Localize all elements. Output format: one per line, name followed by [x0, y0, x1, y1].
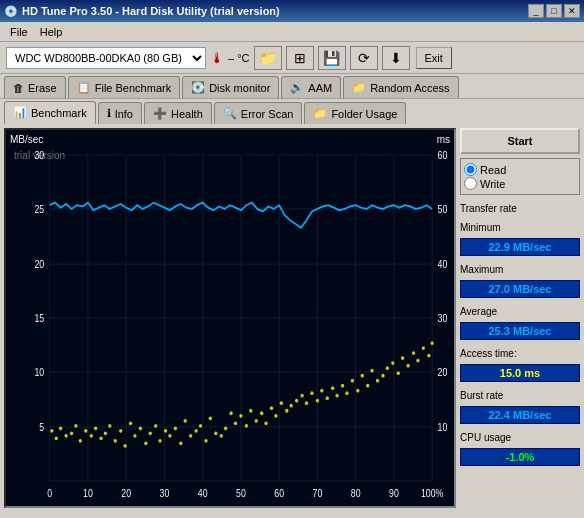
info-icon: ℹ	[107, 107, 111, 120]
tab-file-benchmark[interactable]: 📋 File Benchmark	[68, 76, 180, 98]
content-area: MB/sec ms trial version	[0, 124, 584, 512]
svg-point-59	[133, 434, 136, 438]
svg-point-91	[295, 399, 298, 403]
tab-benchmark[interactable]: 📊 Benchmark	[4, 101, 96, 124]
tab-bar-bottom: 📊 Benchmark ℹ Info ➕ Health 🔍 Error Scan…	[0, 99, 584, 124]
svg-text:10: 10	[83, 488, 93, 500]
close-button[interactable]: ✕	[564, 4, 580, 18]
menu-bar: File Help	[0, 22, 584, 42]
svg-text:20: 20	[121, 488, 131, 500]
tab-health[interactable]: ➕ Health	[144, 102, 212, 124]
svg-point-43	[55, 436, 58, 440]
minimum-value: 22.9 MB/sec	[460, 238, 580, 256]
tab-error-scan[interactable]: 🔍 Error Scan	[214, 102, 303, 124]
svg-point-84	[260, 411, 263, 415]
exit-button[interactable]: Exit	[416, 47, 452, 69]
svg-point-86	[270, 406, 273, 410]
svg-point-115	[416, 359, 419, 363]
erase-icon: 🗑	[13, 82, 24, 94]
svg-text:60: 60	[438, 149, 448, 161]
maximum-label: Maximum	[460, 264, 580, 275]
svg-point-46	[70, 431, 73, 435]
svg-point-56	[119, 429, 122, 433]
svg-text:0: 0	[47, 488, 52, 500]
svg-point-108	[381, 374, 384, 378]
disk-selector[interactable]: WDC WD800BB-00DKA0 (80 GB)	[6, 47, 206, 69]
tab-erase[interactable]: 🗑 Erase	[4, 76, 66, 98]
download-btn[interactable]: ⬇	[382, 46, 410, 70]
svg-text:40: 40	[198, 488, 208, 500]
svg-point-77	[224, 426, 227, 430]
menu-help[interactable]: Help	[34, 24, 69, 40]
refresh-btn[interactable]: ⟳	[350, 46, 378, 70]
svg-point-68	[179, 441, 182, 445]
svg-point-109	[386, 366, 389, 370]
svg-text:30: 30	[160, 488, 170, 500]
maximum-value: 27.0 MB/sec	[460, 280, 580, 298]
svg-point-63	[154, 424, 157, 428]
svg-point-116	[422, 346, 425, 350]
svg-text:30: 30	[438, 312, 448, 324]
svg-text:100%: 100%	[421, 488, 444, 500]
benchmark-icon: 📊	[13, 106, 27, 119]
tab-info[interactable]: ℹ Info	[98, 102, 142, 124]
tab-disk-monitor[interactable]: 💽 Disk monitor	[182, 76, 279, 98]
svg-point-64	[158, 439, 161, 443]
svg-point-111	[397, 371, 400, 375]
svg-point-54	[108, 424, 111, 428]
svg-point-103	[356, 389, 359, 393]
tab-random-access[interactable]: 📁 Random Access	[343, 76, 458, 98]
svg-point-92	[300, 394, 303, 398]
title-bar: 💿 HD Tune Pro 3.50 - Hard Disk Utility (…	[0, 0, 584, 22]
burst-rate-label: Burst rate	[460, 390, 580, 401]
svg-point-72	[199, 424, 202, 428]
minimum-label: Minimum	[460, 222, 580, 233]
y-right-label: ms	[437, 134, 450, 145]
svg-point-114	[412, 351, 415, 355]
maximize-button[interactable]: □	[546, 4, 562, 18]
svg-text:70: 70	[313, 488, 323, 500]
minimize-button[interactable]: _	[528, 4, 544, 18]
svg-point-49	[84, 429, 87, 433]
chart-svg: 30 25 20 15 10 5 60 50 40 30 20 10 0 10 …	[6, 130, 454, 506]
svg-point-42	[50, 429, 53, 433]
svg-point-99	[335, 394, 338, 398]
read-radio[interactable]: Read	[464, 163, 576, 176]
svg-point-113	[406, 364, 409, 368]
svg-point-79	[234, 421, 237, 425]
svg-point-75	[214, 431, 217, 435]
svg-text:20: 20	[438, 366, 448, 378]
tab-aam[interactable]: 🔊 AAM	[281, 76, 341, 98]
save-btn[interactable]: 💾	[318, 46, 346, 70]
write-radio[interactable]: Write	[464, 177, 576, 190]
menu-file[interactable]: File	[4, 24, 34, 40]
svg-point-51	[94, 426, 97, 430]
svg-point-44	[59, 426, 62, 430]
svg-text:50: 50	[438, 203, 448, 215]
folder-btn[interactable]: 📁	[254, 46, 282, 70]
svg-point-100	[341, 384, 344, 388]
svg-point-78	[229, 411, 232, 415]
svg-point-96	[320, 389, 323, 393]
temp-display: – °C	[228, 52, 250, 64]
svg-point-110	[391, 361, 394, 365]
svg-point-98	[331, 386, 334, 390]
svg-point-47	[74, 424, 77, 428]
read-write-group: Read Write	[460, 158, 580, 195]
svg-point-57	[123, 444, 126, 448]
svg-point-101	[345, 391, 348, 395]
file-benchmark-icon: 📋	[77, 81, 91, 94]
start-button[interactable]: Start	[460, 128, 580, 154]
svg-point-112	[401, 356, 404, 360]
svg-point-106	[370, 369, 373, 373]
svg-point-117	[427, 354, 430, 358]
svg-text:50: 50	[236, 488, 246, 500]
thermometer-icon: 🌡	[210, 50, 224, 66]
svg-text:40: 40	[438, 258, 448, 270]
cpu-usage-label: CPU usage	[460, 432, 580, 443]
svg-point-48	[79, 439, 82, 443]
grid-btn[interactable]: ⊞	[286, 46, 314, 70]
tab-folder-usage[interactable]: 📁 Folder Usage	[304, 102, 406, 124]
svg-point-67	[174, 426, 177, 430]
svg-text:5: 5	[39, 421, 44, 433]
